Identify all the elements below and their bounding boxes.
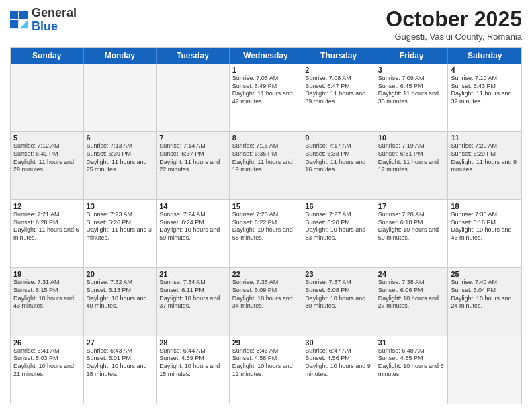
day-number: 8: [232, 134, 300, 142]
calendar-cell: 17Sunrise: 7:28 AMSunset: 6:18 PMDayligh…: [375, 200, 449, 267]
page: General Blue October 2025 Gugesti, Vaslu…: [0, 0, 532, 411]
sunrise-line: Sunrise: 7:14 AM: [159, 142, 226, 150]
day-number: 9: [305, 134, 372, 142]
day-number: 23: [305, 270, 372, 278]
sunset-line: Sunset: 6:08 PM: [305, 287, 372, 295]
day-number: 28: [159, 338, 226, 347]
sunset-line: Sunset: 6:47 PM: [305, 83, 372, 91]
day-number: 4: [451, 66, 519, 74]
daylight-line: Daylight: 10 hours and 24 minutes.: [451, 295, 519, 310]
daylight-line: Daylight: 11 hours and 25 minutes.: [87, 158, 154, 174]
sunset-line: Sunset: 6:16 PM: [451, 219, 519, 227]
sunset-line: Sunset: 6:41 PM: [13, 150, 81, 158]
calendar-cell: 2Sunrise: 7:08 AMSunset: 6:47 PMDaylight…: [302, 64, 375, 131]
sunset-line: Sunset: 6:26 PM: [87, 219, 154, 227]
logo: General Blue: [10, 7, 77, 34]
sunrise-line: Sunrise: 6:41 AM: [13, 347, 81, 355]
sunset-line: Sunset: 6:45 PM: [378, 83, 445, 91]
calendar-cell: 30Sunrise: 6:47 AMSunset: 4:56 PMDayligh…: [302, 336, 375, 404]
sunrise-line: Sunrise: 7:24 AM: [159, 211, 226, 219]
sunrise-line: Sunrise: 7:38 AM: [378, 279, 445, 287]
month-title: October 2025: [386, 7, 522, 32]
daylight-line: Daylight: 11 hours and 12 minutes.: [378, 158, 445, 174]
daylight-line: Daylight: 11 hours and 42 minutes.: [232, 90, 300, 105]
daylight-line: Daylight: 11 hours and 29 minutes.: [13, 158, 81, 174]
calendar-cell: 20Sunrise: 7:32 AMSunset: 6:13 PMDayligh…: [84, 268, 157, 335]
sunset-line: Sunset: 6:15 PM: [13, 287, 81, 295]
sunset-line: Sunset: 4:55 PM: [378, 355, 445, 363]
daylight-line: Daylight: 11 hours and 3 minutes.: [87, 226, 154, 242]
sunrise-line: Sunrise: 7:17 AM: [305, 142, 372, 150]
svg-rect-2: [10, 20, 18, 28]
calendar-cell: 24Sunrise: 7:38 AMSunset: 6:06 PMDayligh…: [375, 268, 449, 335]
header-day-thursday: Thursday: [302, 48, 375, 64]
header-day-sunday: Sunday: [11, 48, 84, 64]
sunset-line: Sunset: 6:04 PM: [451, 287, 519, 295]
day-number: 7: [159, 134, 226, 142]
daylight-line: Daylight: 10 hours and 6 minutes.: [378, 363, 445, 378]
logo-blue: Blue: [32, 19, 58, 33]
header: General Blue October 2025 Gugesti, Vaslu…: [10, 7, 522, 42]
day-number: 1: [232, 66, 300, 74]
daylight-line: Daylight: 11 hours and 39 minutes.: [305, 90, 372, 105]
sunrise-line: Sunrise: 7:19 AM: [378, 142, 445, 150]
sunrise-line: Sunrise: 7:40 AM: [451, 279, 519, 287]
calendar-cell: 14Sunrise: 7:24 AMSunset: 6:24 PMDayligh…: [157, 200, 230, 267]
day-number: 22: [232, 270, 300, 278]
daylight-line: Daylight: 10 hours and 18 minutes.: [87, 363, 154, 378]
calendar-cell: [157, 64, 230, 131]
day-number: 17: [378, 202, 445, 210]
sunrise-line: Sunrise: 7:35 AM: [232, 279, 300, 287]
sunset-line: Sunset: 6:35 PM: [232, 150, 300, 158]
daylight-line: Daylight: 10 hours and 56 minutes.: [232, 226, 300, 242]
sunrise-line: Sunrise: 7:23 AM: [87, 211, 154, 219]
day-number: 5: [13, 134, 81, 142]
daylight-line: Daylight: 11 hours and 32 minutes.: [451, 90, 519, 105]
location-subtitle: Gugesti, Vaslui County, Romania: [386, 32, 522, 42]
sunset-line: Sunset: 4:58 PM: [232, 355, 300, 363]
sunset-line: Sunset: 5:03 PM: [13, 355, 81, 363]
sunrise-line: Sunrise: 6:43 AM: [87, 347, 154, 355]
logo-text: General Blue: [32, 7, 77, 34]
sunset-line: Sunset: 6:09 PM: [232, 287, 300, 295]
svg-rect-0: [10, 11, 18, 19]
calendar-cell: [448, 336, 521, 404]
sunrise-line: Sunrise: 6:47 AM: [305, 347, 372, 355]
daylight-line: Daylight: 11 hours and 35 minutes.: [378, 90, 445, 105]
calendar-cell: [84, 64, 157, 131]
sunrise-line: Sunrise: 6:48 AM: [378, 347, 445, 355]
sunrise-line: Sunrise: 7:25 AM: [232, 211, 300, 219]
sunset-line: Sunset: 6:20 PM: [305, 219, 372, 227]
calendar-cell: 4Sunrise: 7:10 AMSunset: 6:43 PMDaylight…: [448, 64, 521, 131]
sunrise-line: Sunrise: 7:09 AM: [378, 75, 445, 83]
sunrise-line: Sunrise: 7:16 AM: [232, 142, 300, 150]
daylight-line: Daylight: 10 hours and 21 minutes.: [13, 363, 81, 378]
calendar-cell: 8Sunrise: 7:16 AMSunset: 6:35 PMDaylight…: [230, 132, 303, 199]
calendar-cell: 21Sunrise: 7:34 AMSunset: 6:11 PMDayligh…: [157, 268, 230, 335]
daylight-line: Daylight: 10 hours and 12 minutes.: [232, 363, 300, 378]
calendar-cell: [11, 64, 84, 131]
calendar-body: 1Sunrise: 7:06 AMSunset: 6:49 PMDaylight…: [11, 64, 521, 404]
calendar-cell: 31Sunrise: 6:48 AMSunset: 4:55 PMDayligh…: [375, 336, 449, 404]
daylight-line: Daylight: 10 hours and 30 minutes.: [305, 295, 372, 310]
calendar-cell: 13Sunrise: 7:23 AMSunset: 6:26 PMDayligh…: [84, 200, 157, 267]
day-number: 13: [87, 202, 154, 210]
calendar-cell: 9Sunrise: 7:17 AMSunset: 6:33 PMDaylight…: [302, 132, 375, 199]
day-number: 11: [451, 134, 519, 142]
daylight-line: Daylight: 11 hours and 16 minutes.: [305, 158, 372, 174]
sunset-line: Sunset: 6:24 PM: [159, 219, 226, 227]
sunset-line: Sunset: 6:33 PM: [305, 150, 372, 158]
calendar-week-3: 12Sunrise: 7:21 AMSunset: 6:28 PMDayligh…: [11, 200, 521, 268]
day-number: 31: [378, 338, 445, 347]
sunset-line: Sunset: 6:37 PM: [159, 150, 226, 158]
sunset-line: Sunset: 6:31 PM: [378, 150, 445, 158]
calendar-week-2: 5Sunrise: 7:12 AMSunset: 6:41 PMDaylight…: [11, 132, 521, 199]
day-number: 10: [378, 134, 445, 142]
sunrise-line: Sunrise: 7:30 AM: [451, 211, 519, 219]
calendar: SundayMondayTuesdayWednesdayThursdayFrid…: [10, 47, 522, 404]
header-day-tuesday: Tuesday: [157, 48, 230, 64]
title-block: October 2025 Gugesti, Vaslui County, Rom…: [386, 7, 522, 42]
daylight-line: Daylight: 10 hours and 40 minutes.: [87, 295, 154, 310]
daylight-line: Daylight: 11 hours and 9 minutes.: [451, 158, 519, 174]
calendar-cell: 26Sunrise: 6:41 AMSunset: 5:03 PMDayligh…: [11, 336, 84, 404]
